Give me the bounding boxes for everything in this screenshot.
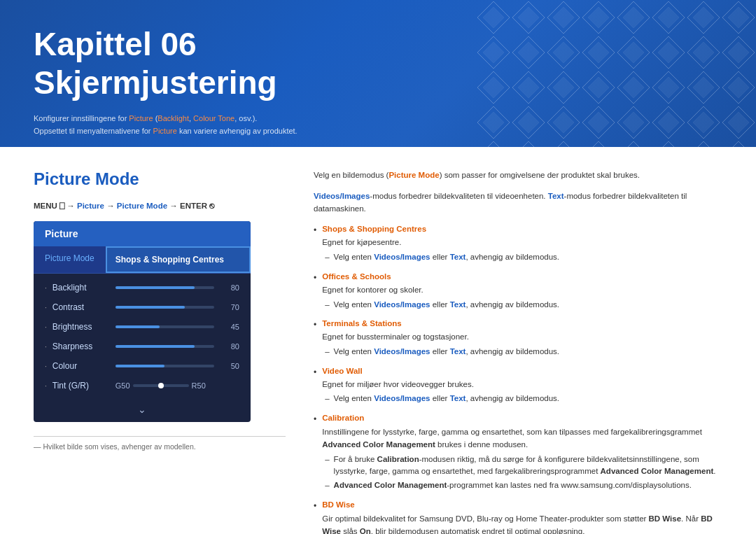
offices-sub-list: – Velg enten Videos/Images eller Text, a…	[322, 299, 722, 311]
calibration-title: Calibration	[322, 414, 364, 422]
list-item-calibration: • Calibration Innstillingene for lysstyr…	[314, 412, 722, 493]
footnote: ― Hvilket bilde som vises, avhenger av m…	[34, 436, 286, 451]
menu-path: MENU ⎕ → Picture → Picture Mode → ENTER …	[34, 202, 286, 210]
list-item-bdwise: • BD Wise Gir optimal bildekvalitet for …	[314, 499, 722, 534]
text-link: Text	[548, 192, 564, 200]
header-title: Kapittel 06 Skjermjustering	[34, 27, 722, 100]
offices-sub-item: – Velg enten Videos/Images eller Text, a…	[322, 299, 722, 311]
picture-box-header: Picture	[34, 221, 251, 246]
setting-dot: ·	[45, 323, 47, 331]
setting-dot: ·	[45, 284, 47, 292]
tint-left-label: G50	[115, 381, 130, 390]
setting-row-colour: · Colour 50	[34, 356, 251, 376]
header: Kapittel 06 Skjermjustering Konfigurer i…	[0, 0, 756, 147]
setting-bar-brightness: 45	[115, 323, 239, 331]
tint-dot: ·	[45, 382, 47, 390]
bullet-content-shops: Shops & Shopping Centres Egnet for kjøpe…	[322, 223, 722, 265]
setting-dot: ·	[45, 343, 47, 351]
setting-bar-colour: 50	[115, 362, 239, 370]
shops-sub-item: – Velg enten Videos/Images eller Text, a…	[322, 251, 722, 264]
picture-mode-label: Picture Mode	[34, 246, 106, 273]
setting-name-sharpness: Sharpness	[52, 342, 115, 351]
setting-bar-contrast: 70	[115, 303, 239, 311]
videowall-title: Video Wall	[322, 367, 363, 375]
subtitle-picture-link: Picture	[129, 114, 153, 122]
list-item-shops: • Shops & Shopping Centres Egnet for kjø…	[314, 223, 722, 265]
bullet-dot: •	[314, 413, 316, 426]
terminals-sub-item: – Velg enten Videos/Images eller Text, a…	[322, 346, 722, 358]
subtitle-backlight-link: Backlight	[158, 114, 189, 122]
chapter-title: Skjermjustering	[34, 65, 722, 101]
offices-title: Offices & Schools	[322, 272, 391, 281]
bdwise-desc1: Gir optimal bildekvalitet for Samsung DV…	[322, 513, 722, 534]
header-subtitle: Konfigurer innstillingene for Picture (B…	[34, 113, 722, 137]
bullet-content-bdwise: BD Wise Gir optimal bildekvalitet for Sa…	[322, 499, 722, 534]
setting-dot: ·	[45, 304, 47, 311]
picture-settings: · Backlight 80 · Contrast	[34, 274, 251, 400]
chapter-number: Kapittel 06	[34, 27, 722, 62]
terminals-title: Terminals & Stations	[322, 319, 402, 328]
terminals-desc: Egnet for bussterminaler og togstasjoner…	[322, 331, 722, 344]
videos-images-link: Videos/Images	[314, 192, 370, 200]
tint-bar	[133, 384, 189, 387]
list-item-offices: • Offices & Schools Egnet for kontorer o…	[314, 271, 722, 312]
subtitle-picture2-link: Picture	[153, 127, 177, 135]
main-content: Picture Mode MENU ⎕ → Picture → Picture …	[0, 147, 756, 534]
setting-name-colour: Colour	[52, 361, 115, 371]
setting-row-contrast: · Contrast 70	[34, 297, 251, 317]
shops-title: Shops & Shopping Centres	[322, 225, 426, 233]
bullet-content-calibration: Calibration Innstillingene for lysstyrke…	[322, 412, 722, 493]
setting-name-backlight: Backlight	[52, 283, 115, 293]
videowall-sub-item: – Velg enten Videos/Images eller Text, a…	[322, 393, 722, 405]
bullet-dot: •	[314, 318, 316, 332]
bullet-dot: •	[314, 500, 316, 513]
setting-dot: ·	[45, 363, 47, 370]
right-panel: Velg en bildemodus (Picture Mode) som pa…	[314, 169, 722, 534]
tint-indicator	[158, 383, 164, 388]
videowall-desc: Egnet for miljøer hvor videovegger bruke…	[322, 379, 722, 391]
bdwise-title: BD Wise	[322, 500, 355, 509]
intro-text: Velg en bildemodus (Picture Mode) som pa…	[314, 169, 722, 182]
picture-mode-row: Picture Mode Shops & Shopping Centres	[34, 246, 251, 274]
list-item-videowall: • Video Wall Egnet for miljøer hvor vide…	[314, 365, 722, 407]
left-panel: Picture Mode MENU ⎕ → Picture → Picture …	[34, 169, 286, 534]
calibration-desc1: Innstillingene for lysstyrke, farge, gam…	[322, 426, 722, 451]
picture-mode-link: Picture Mode	[388, 171, 439, 179]
picture-mode-value: Shops & Shopping Centres	[106, 246, 251, 273]
videowall-sub-list: – Velg enten Videos/Images eller Text, a…	[322, 393, 722, 405]
setting-bar-sharpness: 80	[115, 342, 239, 351]
terminals-sub-list: – Velg enten Videos/Images eller Text, a…	[322, 346, 722, 358]
tint-right-label: R50	[192, 381, 206, 390]
tint-name: Tint (G/R)	[52, 381, 115, 391]
bullet-content-terminals: Terminals & Stations Egnet for busstermi…	[322, 318, 722, 359]
section-title: Picture Mode	[34, 169, 286, 189]
subtitle-line2: Oppsettet til menyalternativene for Pict…	[34, 125, 722, 138]
bullet-dot: •	[314, 224, 316, 237]
list-item-terminals: • Terminals & Stations Egnet for busster…	[314, 318, 722, 359]
setting-row-backlight: · Backlight 80	[34, 278, 251, 297]
setting-name-brightness: Brightness	[52, 322, 115, 332]
setting-bar-backlight: 80	[115, 283, 239, 292]
picture-ui-box: Picture Picture Mode Shops & Shopping Ce…	[34, 221, 251, 422]
footnote-text: ― Hvilket bilde som vises, avhenger av m…	[34, 442, 196, 451]
bullet-content-videowall: Video Wall Egnet for miljøer hvor videov…	[322, 365, 722, 407]
calibration-sub-list: – For å bruke Calibration-modusen riktig…	[322, 454, 722, 492]
calibration-sub-item2: – Advanced Color Management-programmet k…	[322, 479, 722, 492]
setting-row-tint: · Tint (G/R) G50 R50	[34, 376, 251, 395]
calibration-sub-item1: – For å bruke Calibration-modusen riktig…	[322, 454, 722, 479]
chevron-down-icon: ⌄	[34, 400, 251, 422]
bullet-dot: •	[314, 366, 316, 379]
bullet-dot: •	[314, 272, 316, 285]
bullet-list: • Shops & Shopping Centres Egnet for kjø…	[314, 223, 722, 534]
setting-name-contrast: Contrast	[52, 302, 115, 312]
bullet-content-offices: Offices & Schools Egnet for kontorer og …	[322, 271, 722, 312]
subtitle-line1: Konfigurer innstillingene for Picture (B…	[34, 113, 722, 125]
shops-desc: Egnet for kjøpesentre.	[322, 237, 722, 249]
intro-highlight: Videos/Images-modus forbedrer bildekvali…	[314, 190, 722, 216]
tint-controls: G50 R50	[115, 381, 206, 390]
setting-row-brightness: · Brightness 45	[34, 317, 251, 337]
offices-desc: Egnet for kontorer og skoler.	[322, 284, 722, 297]
shops-sub-list: – Velg enten Videos/Images eller Text, a…	[322, 251, 722, 264]
setting-row-sharpness: · Sharpness 80	[34, 337, 251, 356]
subtitle-colour-link: Colour Tone	[193, 114, 234, 122]
